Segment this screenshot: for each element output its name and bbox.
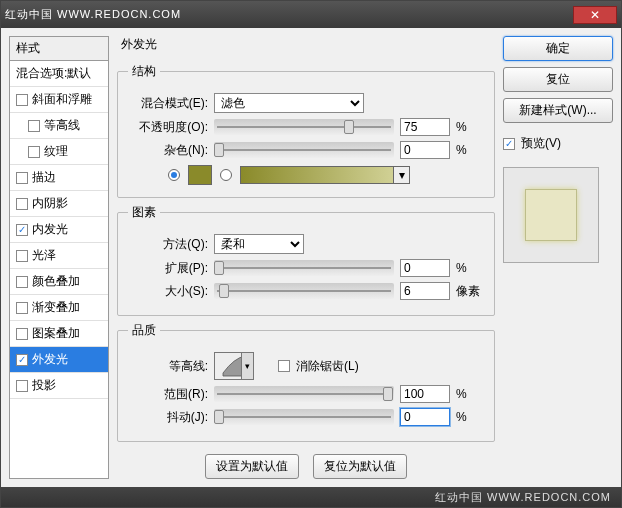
style-label: 等高线	[44, 117, 80, 134]
contour-label: 等高线:	[128, 358, 208, 375]
size-label: 大小(S):	[128, 283, 208, 300]
style-checkbox[interactable]	[16, 198, 28, 210]
action-panel: 确定 复位 新建样式(W)... 预览(V)	[503, 36, 613, 479]
style-checkbox[interactable]	[16, 302, 28, 314]
style-checkbox[interactable]	[16, 94, 28, 106]
style-label: 描边	[32, 169, 56, 186]
content-area: 样式 混合选项:默认 斜面和浮雕等高线纹理描边内阴影内发光光泽颜色叠加渐变叠加图…	[1, 28, 621, 487]
panel-title: 外发光	[117, 36, 495, 53]
style-label: 颜色叠加	[32, 273, 80, 290]
style-checkbox[interactable]	[16, 250, 28, 262]
style-checkbox[interactable]	[16, 224, 28, 236]
preview-label: 预览(V)	[521, 135, 561, 152]
style-item-8[interactable]: 渐变叠加	[10, 295, 108, 321]
preview-box	[503, 167, 599, 263]
style-item-9[interactable]: 图案叠加	[10, 321, 108, 347]
style-checkbox[interactable]	[16, 380, 28, 392]
spread-label: 扩展(P):	[128, 260, 208, 277]
range-input[interactable]	[400, 385, 450, 403]
new-style-button[interactable]: 新建样式(W)...	[503, 98, 613, 123]
structure-legend: 结构	[128, 63, 160, 80]
style-checkbox[interactable]	[16, 328, 28, 340]
opacity-slider[interactable]	[214, 119, 394, 135]
blend-options-item[interactable]: 混合选项:默认	[10, 61, 108, 87]
settings-panel: 外发光 结构 混合模式(E): 滤色 不透明度(O): % 杂色(N):	[117, 36, 495, 479]
noise-input[interactable]	[400, 141, 450, 159]
close-icon: ✕	[590, 8, 600, 22]
chevron-down-icon[interactable]: ▾	[241, 353, 253, 379]
structure-group: 结构 混合模式(E): 滤色 不透明度(O): % 杂色(N): %	[117, 63, 495, 198]
jitter-slider[interactable]	[214, 409, 394, 425]
jitter-label: 抖动(J):	[128, 409, 208, 426]
style-label: 光泽	[32, 247, 56, 264]
style-label: 外发光	[32, 351, 68, 368]
quality-group: 品质 等高线: ▾ 消除锯齿(L) 范围(R): %	[117, 322, 495, 442]
ok-button[interactable]: 确定	[503, 36, 613, 61]
quality-legend: 品质	[128, 322, 160, 339]
style-item-4[interactable]: 内阴影	[10, 191, 108, 217]
style-label: 投影	[32, 377, 56, 394]
elements-group: 图素 方法(Q): 柔和 扩展(P): % 大小(S): 像素	[117, 204, 495, 316]
style-checkbox[interactable]	[28, 146, 40, 158]
range-slider[interactable]	[214, 386, 394, 402]
style-label: 图案叠加	[32, 325, 80, 342]
style-item-11[interactable]: 投影	[10, 373, 108, 399]
style-checkbox[interactable]	[16, 172, 28, 184]
style-item-5[interactable]: 内发光	[10, 217, 108, 243]
style-item-1[interactable]: 等高线	[10, 113, 108, 139]
opacity-label: 不透明度(O):	[128, 119, 208, 136]
noise-slider[interactable]	[214, 142, 394, 158]
reset-default-button[interactable]: 复位为默认值	[313, 454, 407, 479]
gradient-picker[interactable]: ▾	[240, 166, 410, 184]
preview-checkbox[interactable]	[503, 138, 515, 150]
cancel-button[interactable]: 复位	[503, 67, 613, 92]
technique-select[interactable]: 柔和	[214, 234, 304, 254]
spread-slider[interactable]	[214, 260, 394, 276]
style-item-10[interactable]: 外发光	[10, 347, 108, 373]
style-label: 斜面和浮雕	[32, 91, 92, 108]
dialog-window: 红动中国 WWW.REDOCN.COM ✕ 样式 混合选项:默认 斜面和浮雕等高…	[0, 0, 622, 508]
make-default-button[interactable]: 设置为默认值	[205, 454, 299, 479]
styles-header: 样式	[9, 36, 109, 61]
style-item-0[interactable]: 斜面和浮雕	[10, 87, 108, 113]
style-label: 纹理	[44, 143, 68, 160]
style-label: 内阴影	[32, 195, 68, 212]
antialias-checkbox[interactable]	[278, 360, 290, 372]
range-label: 范围(R):	[128, 386, 208, 403]
size-input[interactable]	[400, 282, 450, 300]
title-text: 红动中国 WWW.REDOCN.COM	[5, 7, 181, 22]
style-checkbox[interactable]	[28, 120, 40, 132]
close-button[interactable]: ✕	[573, 6, 617, 24]
elements-legend: 图素	[128, 204, 160, 221]
titlebar: 红动中国 WWW.REDOCN.COM ✕	[1, 1, 621, 28]
spread-input[interactable]	[400, 259, 450, 277]
style-checkbox[interactable]	[16, 354, 28, 366]
styles-list: 混合选项:默认 斜面和浮雕等高线纹理描边内阴影内发光光泽颜色叠加渐变叠加图案叠加…	[9, 61, 109, 479]
style-label: 内发光	[32, 221, 68, 238]
style-item-7[interactable]: 颜色叠加	[10, 269, 108, 295]
chevron-down-icon[interactable]: ▾	[393, 167, 409, 183]
color-swatch[interactable]	[188, 165, 212, 185]
solid-color-radio[interactable]	[168, 169, 180, 181]
preview-swatch	[525, 189, 577, 241]
technique-label: 方法(Q):	[128, 236, 208, 253]
blend-mode-label: 混合模式(E):	[128, 95, 208, 112]
noise-label: 杂色(N):	[128, 142, 208, 159]
blend-mode-select[interactable]: 滤色	[214, 93, 364, 113]
style-item-3[interactable]: 描边	[10, 165, 108, 191]
footer-text: 红动中国 WWW.REDOCN.COM	[1, 487, 621, 507]
antialias-label: 消除锯齿(L)	[296, 358, 359, 375]
contour-picker[interactable]: ▾	[214, 352, 254, 380]
opacity-input[interactable]	[400, 118, 450, 136]
styles-panel: 样式 混合选项:默认 斜面和浮雕等高线纹理描边内阴影内发光光泽颜色叠加渐变叠加图…	[9, 36, 109, 479]
gradient-radio[interactable]	[220, 169, 232, 181]
style-item-6[interactable]: 光泽	[10, 243, 108, 269]
jitter-input[interactable]	[400, 408, 450, 426]
style-item-2[interactable]: 纹理	[10, 139, 108, 165]
style-checkbox[interactable]	[16, 276, 28, 288]
style-label: 渐变叠加	[32, 299, 80, 316]
size-slider[interactable]	[214, 283, 394, 299]
